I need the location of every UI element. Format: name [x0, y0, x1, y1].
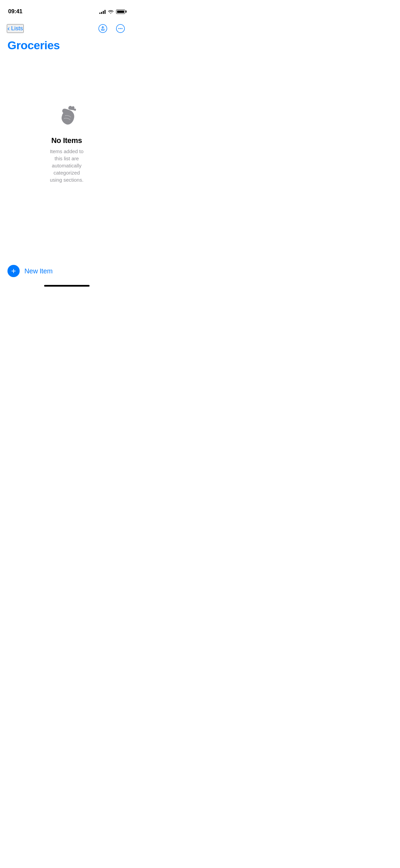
more-button[interactable]	[114, 22, 127, 35]
back-label: Lists	[11, 25, 23, 32]
add-new-item-button[interactable]: +	[7, 265, 20, 277]
ellipsis-icon	[116, 24, 125, 33]
empty-state-title: No Items	[51, 136, 82, 145]
status-icons	[99, 10, 125, 14]
nav-actions	[97, 22, 127, 35]
new-item-label[interactable]: New Item	[24, 267, 53, 275]
battery-icon	[116, 10, 125, 14]
back-button[interactable]: ‹ Lists	[7, 24, 24, 33]
status-time: 09:41	[8, 8, 22, 15]
page-title-section: Groceries	[0, 37, 133, 57]
svg-point-4	[121, 28, 122, 29]
plus-icon: +	[11, 267, 16, 275]
share-icon	[98, 24, 107, 33]
nav-bar: ‹ Lists	[0, 20, 133, 37]
bottom-bar: + New Item	[0, 259, 133, 289]
svg-point-3	[120, 28, 121, 29]
chevron-left-icon: ‹	[7, 24, 10, 32]
signal-icon	[99, 10, 106, 14]
home-indicator	[44, 285, 90, 287]
new-item-row: + New Item	[7, 265, 126, 277]
share-button[interactable]	[97, 22, 109, 35]
wifi-icon	[108, 10, 114, 14]
page-title: Groceries	[7, 39, 126, 52]
empty-state: No Items Items added to this list are au…	[33, 103, 100, 183]
svg-point-2	[118, 28, 119, 29]
empty-state-subtitle: Items added to this list are automatical…	[47, 148, 87, 183]
status-bar: 09:41	[0, 0, 133, 18]
carrot-icon	[53, 103, 80, 130]
